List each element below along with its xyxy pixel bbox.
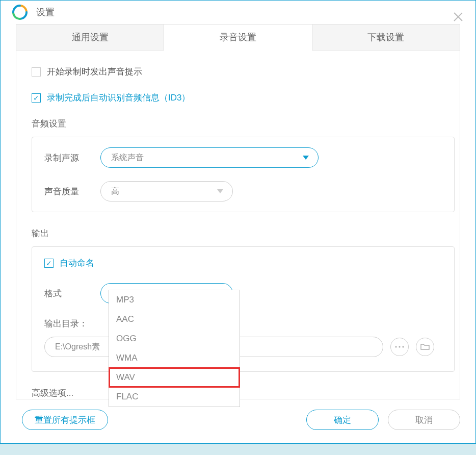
checkbox-icon [44, 259, 54, 268]
tab-recording[interactable]: 录音设置 [164, 24, 311, 50]
output-section-label: 输出 [32, 228, 455, 239]
reset-button[interactable]: 重置所有提示框 [22, 410, 108, 430]
checkbox-auto-name[interactable]: 自动命名 [44, 257, 442, 269]
tab-general[interactable]: 通用设置 [16, 24, 164, 50]
app-icon [12, 4, 28, 20]
svg-point-4 [402, 346, 404, 347]
checkbox-label: 录制完成后自动识别音频信息（ID3） [47, 92, 190, 104]
browse-folder-button[interactable] [416, 338, 434, 356]
window-title: 设置 [36, 6, 55, 18]
cancel-button[interactable]: 取消 [388, 410, 460, 430]
ok-button[interactable]: 确定 [306, 410, 379, 430]
select-value: 高 [111, 186, 119, 197]
tab-download[interactable]: 下载设置 [312, 24, 460, 50]
checkbox-label: 开始录制时发出声音提示 [47, 66, 142, 78]
source-label: 录制声源 [44, 152, 100, 164]
close-icon[interactable] [452, 11, 464, 23]
quality-label: 声音质量 [44, 186, 100, 197]
select-value: 系统声音 [111, 153, 144, 163]
dropdown-item-wav[interactable]: WAV [109, 368, 240, 387]
chevron-down-icon [303, 156, 309, 160]
format-label: 格式 [44, 288, 100, 299]
checkbox-label: 自动命名 [60, 257, 94, 269]
checkbox-sound-on-start[interactable]: 开始录制时发出声音提示 [32, 66, 455, 78]
checkbox-icon [32, 67, 41, 77]
dropdown-item-flac[interactable]: FLAC [109, 387, 240, 407]
source-select[interactable]: 系统声音 [100, 147, 319, 168]
tabs: 通用设置 录音设置 下载设置 [16, 24, 460, 50]
svg-point-2 [395, 346, 396, 347]
audio-settings-label: 音频设置 [32, 118, 455, 130]
more-options-button[interactable] [390, 338, 409, 356]
advanced-options-link[interactable]: 高级选项... [32, 387, 455, 399]
output-dir-label: 输出目录： [44, 318, 442, 330]
titlebar: 设置 [1, 1, 475, 24]
checkbox-icon [32, 93, 41, 103]
format-dropdown: MP3 AAC OGG WMA WAV FLAC [109, 290, 240, 407]
svg-point-3 [399, 346, 400, 347]
checkbox-auto-id3[interactable]: 录制完成后自动识别音频信息（ID3） [32, 92, 455, 104]
audio-settings-fieldset: 录制声源 系统声音 声音质量 高 [32, 137, 455, 212]
dropdown-item-wma[interactable]: WMA [109, 348, 240, 368]
dropdown-item-aac[interactable]: AAC [109, 310, 240, 329]
chevron-down-icon [217, 189, 223, 193]
output-fieldset: 自动命名 格式 WAV 输出目录： E:\Ogresh素 [32, 246, 455, 372]
path-value: E:\Ogresh素 [55, 342, 100, 352]
quality-select[interactable]: 高 [100, 181, 233, 201]
dropdown-item-mp3[interactable]: MP3 [109, 290, 240, 310]
dropdown-item-ogg[interactable]: OGG [109, 329, 240, 348]
